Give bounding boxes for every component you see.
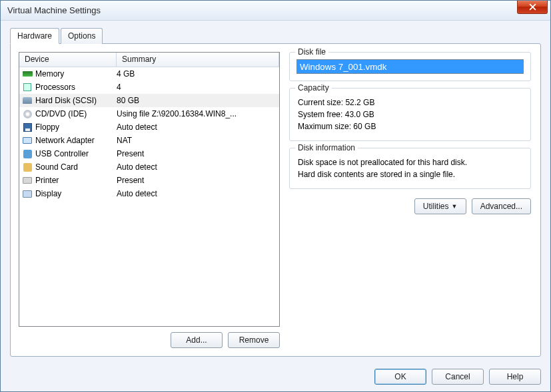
- cancel-button[interactable]: Cancel: [432, 369, 484, 385]
- summary-cell: 4 GB: [117, 69, 279, 79]
- cpu-icon: [22, 82, 33, 93]
- device-cell: Hard Disk (SCSI): [35, 96, 117, 105]
- utilities-button[interactable]: Utilities ▼: [414, 198, 466, 214]
- table-row[interactable]: PrinterPresent: [19, 174, 279, 187]
- col-header-device[interactable]: Device: [19, 53, 117, 67]
- summary-cell: Auto detect: [117, 122, 279, 132]
- table-body: Memory4 GBProcessors4Hard Disk (SCSI)80 …: [19, 67, 279, 326]
- device-cell: Processors: [35, 83, 117, 92]
- network-icon: [22, 135, 33, 146]
- summary-cell: NAT: [117, 136, 279, 145]
- table-row[interactable]: Network AdapterNAT: [19, 134, 279, 147]
- summary-cell: Auto detect: [117, 162, 279, 172]
- summary-cell: Auto detect: [117, 189, 279, 198]
- tab-hardware[interactable]: Hardware: [10, 28, 59, 44]
- device-cell: Printer: [35, 176, 117, 185]
- table-row[interactable]: DisplayAuto detect: [19, 187, 279, 200]
- memory-icon: [22, 69, 33, 79]
- hdd-icon: [22, 95, 33, 106]
- disk-info-line2: Hard disk contents are stored in a singl…: [298, 170, 522, 179]
- chevron-down-icon: ▼: [452, 203, 458, 210]
- summary-cell: 4: [117, 83, 279, 92]
- cd-icon: [22, 108, 33, 119]
- col-header-summary[interactable]: Summary: [117, 53, 279, 67]
- summary-cell: Present: [117, 149, 279, 158]
- remove-button[interactable]: Remove: [228, 332, 280, 348]
- disk-file-group: Disk file: [289, 52, 531, 81]
- tab-options[interactable]: Options: [61, 28, 103, 44]
- capacity-current-label: Current size:: [298, 98, 343, 107]
- disk-file-legend: Disk file: [295, 47, 328, 57]
- vm-settings-window: Virtual Machine Settings Hardware Option…: [0, 0, 551, 392]
- ok-button[interactable]: OK: [374, 369, 426, 385]
- capacity-current: Current size: 52.2 GB: [298, 98, 522, 107]
- capacity-max: Maximum size: 60 GB: [298, 122, 522, 131]
- table-row[interactable]: CD/DVD (IDE)Using file Z:\9200.16384.WIN…: [19, 107, 279, 120]
- table-row[interactable]: FloppyAuto detect: [19, 120, 279, 134]
- close-button[interactable]: [517, 1, 548, 14]
- titlebar[interactable]: Virtual Machine Settings: [1, 1, 550, 21]
- advanced-button[interactable]: Advanced...: [472, 198, 531, 214]
- help-button[interactable]: Help: [489, 369, 541, 385]
- table-row[interactable]: Memory4 GB: [19, 67, 279, 81]
- sound-icon: [22, 162, 33, 172]
- capacity-max-label: Maximum size:: [298, 122, 351, 131]
- capacity-free-label: System free:: [298, 110, 342, 119]
- usb-icon: [22, 148, 33, 159]
- table-row[interactable]: Hard Disk (SCSI)80 GB: [19, 94, 279, 107]
- capacity-max-value: 60 GB: [353, 122, 376, 131]
- display-icon: [22, 188, 33, 199]
- table-header: Device Summary: [19, 53, 279, 67]
- add-button[interactable]: Add...: [171, 332, 223, 348]
- device-cell: Display: [35, 189, 117, 198]
- device-cell: Sound Card: [35, 162, 117, 172]
- device-cell: Network Adapter: [35, 136, 117, 145]
- capacity-free: System free: 43.0 GB: [298, 110, 522, 119]
- window-title: Virtual Machine Settings: [7, 5, 101, 15]
- disk-file-input[interactable]: [296, 59, 524, 74]
- content-area: Hardware Options Device Summary Memory4 …: [1, 21, 550, 363]
- utilities-label: Utilities: [423, 202, 449, 211]
- disk-info-group: Disk information Disk space is not preal…: [289, 148, 531, 189]
- footer: OK Cancel Help: [1, 363, 550, 391]
- table-row[interactable]: Sound CardAuto detect: [19, 160, 279, 174]
- floppy-icon: [22, 122, 33, 132]
- disk-info-line1: Disk space is not preallocated for this …: [298, 158, 522, 167]
- capacity-legend: Capacity: [295, 83, 332, 93]
- device-cell: Floppy: [35, 122, 117, 132]
- tab-body: Device Summary Memory4 GBProcessors4Hard…: [10, 43, 541, 357]
- capacity-group: Capacity Current size: 52.2 GB System fr…: [289, 88, 531, 141]
- close-icon: [529, 3, 536, 11]
- device-cell: USB Controller: [35, 149, 117, 158]
- right-pane: Disk file Capacity Current size: 52.2 GB…: [289, 52, 532, 348]
- disk-info-legend: Disk information: [295, 143, 358, 152]
- table-row[interactable]: USB ControllerPresent: [19, 147, 279, 160]
- left-pane: Device Summary Memory4 GBProcessors4Hard…: [19, 52, 280, 348]
- summary-cell: Present: [117, 176, 279, 185]
- device-table: Device Summary Memory4 GBProcessors4Hard…: [19, 52, 280, 327]
- summary-cell: 80 GB: [117, 96, 279, 105]
- right-buttons: Utilities ▼ Advanced...: [289, 198, 531, 214]
- table-row[interactable]: Processors4: [19, 81, 279, 94]
- printer-icon: [22, 175, 33, 186]
- device-cell: CD/DVD (IDE): [35, 109, 117, 118]
- device-cell: Memory: [35, 69, 117, 79]
- summary-cell: Using file Z:\9200.16384.WIN8_...: [117, 109, 279, 118]
- tabstrip: Hardware Options: [10, 28, 541, 44]
- capacity-current-value: 52.2 GB: [345, 98, 374, 107]
- left-buttons: Add... Remove: [19, 332, 280, 348]
- capacity-free-value: 43.0 GB: [345, 110, 374, 119]
